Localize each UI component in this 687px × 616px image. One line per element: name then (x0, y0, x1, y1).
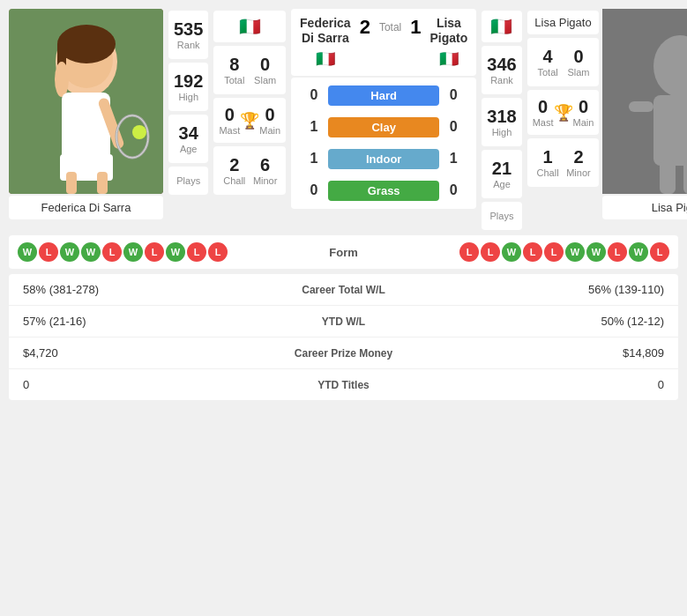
player2-plays-label: Plays (487, 211, 516, 221)
hard-score1: 0 (305, 87, 323, 103)
form-label: Form (329, 246, 358, 259)
grass-score1: 0 (305, 182, 323, 198)
form-badge-p1: W (81, 242, 101, 262)
titles-1: 0 (23, 378, 317, 391)
player2-rank-label: Rank (487, 75, 516, 85)
player1-rank-label: Rank (174, 40, 203, 50)
form-badge-p2: W (502, 242, 521, 262)
career-wl-row: 58% (381-278) Career Total W/L 56% (139-… (9, 274, 678, 306)
form-badge-p1: L (39, 242, 58, 262)
player2-high-label: High (487, 127, 516, 137)
player2-slam-label: Slam (564, 67, 594, 78)
ytd-wl-row: 57% (21-16) YTD W/L 50% (12-12) (9, 306, 678, 338)
form-badge-p1: L (145, 242, 164, 262)
surface-stats: 0 Hard 0 1 Clay 0 1 Indoor 1 0 Grass (291, 78, 476, 209)
player1-minor-label: Minor (250, 175, 280, 186)
form-badge-p1: W (166, 242, 185, 262)
player2-form-badges: LLWLLWWLWL (459, 242, 669, 262)
form-badge-p2: W (565, 242, 585, 262)
player2-age-label: Age (487, 179, 516, 189)
prize-1: $4,720 (23, 346, 295, 360)
form-badge-p2: W (586, 242, 606, 262)
player1-name: Federica Di Sarra (12, 201, 160, 214)
svg-rect-20 (683, 160, 687, 194)
player1-age: 34 (174, 123, 203, 144)
grass-row: 0 Grass 0 (296, 176, 471, 205)
player1-plays-block: Plays (168, 167, 208, 195)
form-badge-p2: L (523, 242, 542, 262)
player2-chall-minor: 1 Chall 2 Minor (527, 138, 600, 187)
prize-2: $14,809 (392, 346, 664, 360)
form-badge-p2: L (650, 242, 669, 262)
player2-header-name: Lisa Pigato 🇮🇹 (430, 16, 468, 69)
player2-name-box: Lisa Pigato (602, 196, 687, 219)
ytd-wl-label: YTD W/L (322, 315, 365, 328)
career-wl-2: 56% (139-110) (385, 283, 664, 296)
player1-total-label: Total (219, 75, 250, 85)
player2-main-label: Main (573, 117, 594, 128)
player1-age-label: Age (174, 144, 203, 154)
bottom-stats-table: 58% (381-278) Career Total W/L 56% (139-… (9, 274, 678, 400)
form-badge-p1: W (123, 242, 143, 262)
svg-rect-17 (629, 101, 653, 112)
player1-photo-svg (9, 9, 163, 194)
prize-row: $4,720 Career Prize Money $14,809 (9, 338, 678, 369)
player2-age-block: 21 Age (482, 150, 521, 198)
player1-name-box: Federica Di Sarra (9, 196, 163, 219)
player1-total: 8 (219, 55, 250, 75)
clay-score1: 1 (305, 119, 323, 135)
player1-wdsl: 🇮🇹 8 Total 0 Slam 0 (213, 9, 286, 195)
player2-trophy-icon: 🏆 (554, 103, 573, 122)
player1-main: 0 (259, 105, 280, 125)
prize-label: Career Prize Money (295, 347, 392, 360)
indoor-badge: Indoor (328, 149, 439, 169)
hard-badge: Hard (328, 85, 439, 106)
player1-photo-section: Federica Di Sarra (9, 9, 163, 219)
form-badge-p2: W (629, 242, 648, 262)
player1-high: 192 (174, 71, 203, 92)
player1-rank-block: 535 Rank (168, 11, 208, 59)
form-badge-p1: W (60, 242, 79, 262)
player1-chall-minor: 2 Chall 6 Minor (213, 146, 286, 195)
form-badge-p2: L (459, 242, 479, 262)
player2-rank-block: 346 Rank (482, 46, 521, 94)
indoor-score1: 1 (305, 151, 323, 167)
player2-name: Lisa Pigato (531, 16, 596, 29)
player1-mast: 0 (219, 105, 240, 125)
player1-stats: 535 Rank 192 High 34 Age Plays (168, 9, 208, 195)
svg-rect-19 (660, 160, 676, 194)
player2-minor-label: Minor (564, 167, 594, 178)
player1-header-name: Federica Di Sarra 🇮🇹 (300, 16, 351, 69)
clay-score2: 0 (444, 119, 462, 135)
player1-center-flag: 🇮🇹 (300, 49, 351, 69)
form-badge-p1: L (102, 242, 122, 262)
form-section: WLWWLWLWLL Form LLWLLWWLWL (9, 235, 678, 269)
match-score1: 2 (360, 16, 370, 39)
center-match-stats: Federica Di Sarra 🇮🇹 2 Total 1 Lisa Piga… (291, 9, 476, 209)
svg-rect-12 (97, 172, 108, 194)
player2-mast: 0 (533, 97, 554, 117)
player1-trophy-icon: 🏆 (240, 111, 259, 130)
player2-total-label: Total (533, 67, 564, 78)
player2-wdsl: 🇮🇹 346 Rank 318 High 21 Age (482, 9, 521, 230)
player1-minor: 6 (250, 155, 280, 175)
career-wl-1: 58% (381-278) (23, 283, 302, 296)
svg-rect-16 (653, 95, 687, 166)
player1-mast-label: Mast (219, 125, 240, 136)
player1-chall: 2 (219, 155, 250, 175)
player1-slam: 0 (250, 55, 280, 75)
player2-rank: 346 (487, 55, 516, 75)
titles-label: YTD Titles (317, 379, 369, 391)
player2-plays-block: Plays (482, 202, 521, 230)
match-header: Federica Di Sarra 🇮🇹 2 Total 1 Lisa Piga… (291, 9, 476, 76)
match-total-center: 2 Total 1 (351, 16, 430, 39)
hard-score2: 0 (444, 87, 462, 103)
ytd-wl-1: 57% (21-16) (23, 315, 322, 328)
player2-center-name: Lisa Pigato (430, 16, 468, 46)
player2-photo (602, 9, 687, 194)
player2-name-display: Lisa Pigato (606, 201, 687, 214)
player1-high-label: High (174, 92, 203, 102)
form-badge-p2: L (608, 242, 627, 262)
match-total-label: Total (379, 21, 401, 33)
player2-photo-section: Lisa Pigato (602, 9, 687, 219)
